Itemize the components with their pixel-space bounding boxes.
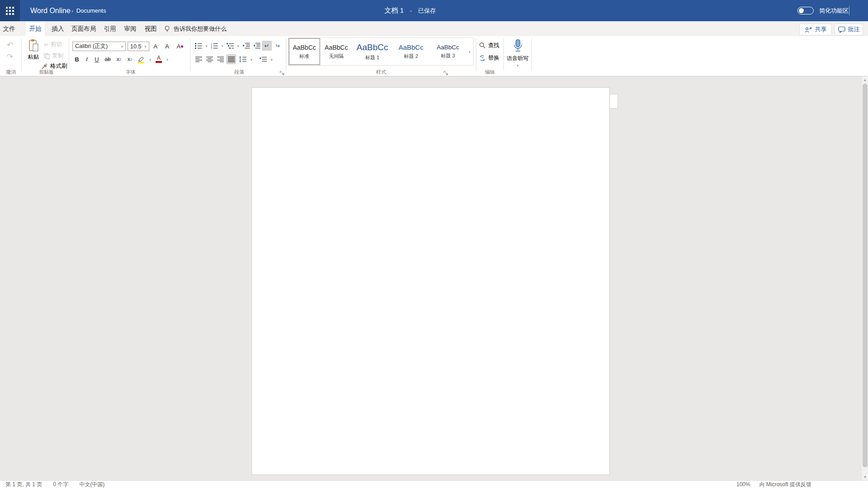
font-color-button[interactable]: A xyxy=(154,54,164,64)
style-preview: AaBbCc xyxy=(293,44,316,51)
justify-button[interactable] xyxy=(226,54,236,64)
line-spacing-dropdown[interactable]: ∨ xyxy=(249,54,254,64)
redo-button[interactable]: ↷ xyxy=(5,52,15,62)
font-family-value: Calibri (正文) xyxy=(75,43,121,50)
cut-label: 剪切 xyxy=(51,41,62,48)
highlight-color-dropdown[interactable]: ∨ xyxy=(147,54,153,64)
chevron-down-icon: ∨ xyxy=(166,58,168,61)
styles-gallery-expand[interactable]: ∨ xyxy=(466,38,473,65)
feedback-link[interactable]: 向 Microsoft 提供反馈 xyxy=(759,481,811,488)
bullets-button[interactable] xyxy=(194,41,204,51)
style-heading2[interactable]: AaBbCc 标题 2 xyxy=(392,38,430,65)
tab-file[interactable]: 文件 xyxy=(0,21,18,36)
breadcrumb[interactable]: › Documents xyxy=(71,0,106,21)
numbering-icon: 123 xyxy=(211,43,218,49)
simplified-ribbon-toggle[interactable] xyxy=(797,7,814,14)
find-button[interactable]: 查找 xyxy=(479,42,499,49)
page-margin-flag[interactable] xyxy=(610,94,618,109)
clear-formatting-letter: A xyxy=(177,43,181,50)
document-title[interactable]: 文档 1 xyxy=(384,6,404,15)
share-button[interactable]: 共享 xyxy=(799,24,832,35)
cut-button[interactable]: ✂ 剪切 xyxy=(44,41,62,48)
share-label: 共享 xyxy=(815,25,827,33)
tab-insert[interactable]: 插入 xyxy=(48,21,67,36)
status-right: 100% 向 Microsoft 提供反馈 xyxy=(736,481,811,488)
paragraph-dialog-launcher[interactable] xyxy=(280,70,285,75)
comments-button[interactable]: 批注 xyxy=(835,24,863,35)
numbering-button[interactable]: 123 xyxy=(209,41,219,51)
tab-home[interactable]: 开始 xyxy=(26,21,45,36)
app-launcher-button[interactable] xyxy=(0,0,20,21)
line-spacing-icon xyxy=(239,56,247,62)
strikethrough-button[interactable]: ab xyxy=(102,54,113,64)
ribbon-divider xyxy=(21,38,22,71)
tab-review[interactable]: 审阅 xyxy=(121,21,140,36)
multilevel-list-icon xyxy=(227,43,234,49)
grow-font-button[interactable]: Aˆ xyxy=(151,42,161,51)
increase-indent-button[interactable] xyxy=(251,41,261,51)
line-spacing-button[interactable] xyxy=(237,54,248,64)
paragraph-spacing-button[interactable] xyxy=(257,54,268,64)
style-no-spacing[interactable]: AaBbCc 无间隔 xyxy=(320,38,353,65)
replace-button[interactable]: bc 替换 xyxy=(479,54,499,62)
decrease-indent-button[interactable] xyxy=(241,41,251,51)
multilevel-list-button[interactable] xyxy=(225,41,235,51)
chevron-down-icon: ∨ xyxy=(149,58,151,61)
group-paragraph: ∨ 123 ∨ ∨ ↵ ↵ xyxy=(193,36,286,76)
font-size-combobox[interactable]: 10.5 ∨ xyxy=(128,42,149,51)
align-center-button[interactable] xyxy=(204,54,214,64)
multilevel-list-dropdown[interactable]: ∨ xyxy=(236,41,241,51)
subscript-mark: 2 xyxy=(119,57,121,62)
language-status[interactable]: 中文(中国) xyxy=(79,481,104,488)
highlight-color-button[interactable] xyxy=(136,54,147,64)
bullets-dropdown[interactable]: ∨ xyxy=(204,41,209,51)
paragraph-spacing-dropdown[interactable]: ∨ xyxy=(269,54,274,64)
style-heading1[interactable]: AaBbCc 标题 1 xyxy=(352,38,392,65)
zoom-level[interactable]: 100% xyxy=(736,481,750,488)
dictate-button[interactable]: 语音听写 ∨ xyxy=(505,39,530,67)
style-preview: AaBbCc xyxy=(356,43,388,52)
numbering-dropdown[interactable]: ∨ xyxy=(220,41,225,51)
group-dictate: 语音听写 ∨ xyxy=(505,36,530,76)
ribbon-divider xyxy=(531,38,532,71)
rtl-text-direction-button[interactable]: ↵ xyxy=(272,41,282,51)
scissors-icon: ✂ xyxy=(44,42,48,48)
styles-dialog-launcher[interactable] xyxy=(443,70,449,75)
waffle-icon xyxy=(6,7,14,15)
bold-button[interactable]: B xyxy=(72,54,81,64)
tab-page-layout[interactable]: 页面布局 xyxy=(68,21,100,36)
title-separator: - xyxy=(410,8,412,14)
paste-button[interactable]: 粘贴 xyxy=(26,39,41,61)
font-color-dropdown[interactable]: ∨ xyxy=(165,54,170,64)
shrink-font-button[interactable]: Aˇ xyxy=(163,42,173,51)
ltr-text-direction-button[interactable]: ↵ xyxy=(262,41,272,51)
group-label-font: 字体 xyxy=(71,69,190,76)
tab-view[interactable]: 视图 xyxy=(141,21,160,36)
subscript-button[interactable]: x2 xyxy=(114,54,124,64)
italic-button[interactable]: I xyxy=(82,54,91,64)
style-normal[interactable]: AaBbCc 标准 xyxy=(289,38,320,65)
clear-formatting-button[interactable]: A◆ xyxy=(175,42,185,51)
word-count-status[interactable]: 0 个字 xyxy=(53,481,68,488)
tab-references[interactable]: 引用 xyxy=(100,21,119,36)
chevron-down-icon: ∨ xyxy=(270,58,273,61)
undo-button[interactable]: ↶ xyxy=(5,40,15,50)
tell-me-box[interactable]: 告诉我你想要做什么 xyxy=(164,21,227,36)
underline-button[interactable]: U xyxy=(92,54,101,64)
group-font: Calibri (正文) ∨ 10.5 ∨ Aˆ Aˇ A◆ B I U ab xyxy=(71,36,190,76)
paragraph-spacing-icon xyxy=(259,56,267,62)
scrollbar-thumb[interactable] xyxy=(863,84,868,467)
copy-button[interactable]: 复制 xyxy=(44,52,63,60)
font-family-combobox[interactable]: Calibri (正文) ∨ xyxy=(72,42,126,51)
style-heading3[interactable]: AaBbCc 标题 3 xyxy=(430,38,466,65)
ribbon-divider xyxy=(503,38,504,71)
page-count-status[interactable]: 第 1 页, 共 1 页 xyxy=(5,481,42,488)
vertical-scrollbar[interactable]: ▲ ▼ xyxy=(861,76,868,480)
scroll-down-button[interactable]: ▼ xyxy=(862,474,868,480)
decrease-indent-icon xyxy=(242,43,250,49)
align-right-button[interactable] xyxy=(215,54,225,64)
align-left-button[interactable] xyxy=(194,54,204,64)
scroll-up-button[interactable]: ▲ xyxy=(862,76,868,83)
superscript-button[interactable]: x2 xyxy=(125,54,135,64)
document-page[interactable] xyxy=(251,87,610,475)
